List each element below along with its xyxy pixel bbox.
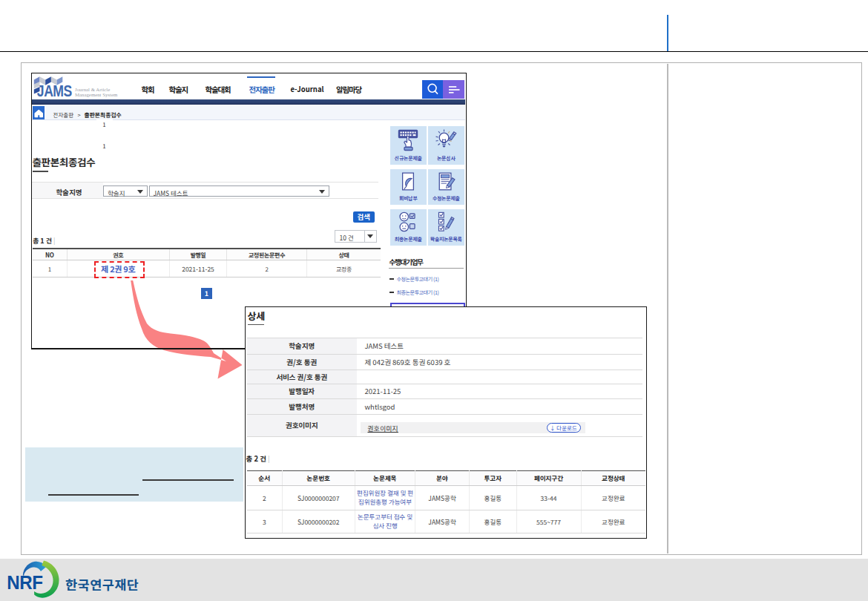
svg-text:JAMS: JAMS [36, 82, 71, 99]
svg-text:Management System: Management System [75, 92, 118, 97]
svg-text:NRF: NRF [7, 572, 42, 594]
